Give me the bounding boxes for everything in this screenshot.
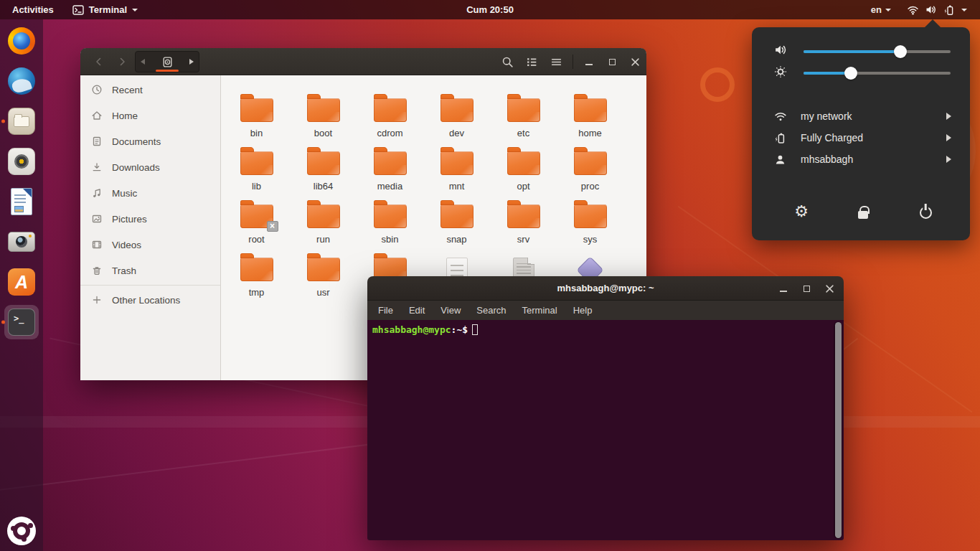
forward-button[interactable]: [112, 51, 133, 72]
folder-item-dev[interactable]: dev: [423, 89, 490, 142]
menu-item-user[interactable]: mhsabbagh: [752, 149, 970, 170]
back-button[interactable]: [88, 51, 109, 72]
folder-item-srv[interactable]: srv: [490, 195, 557, 248]
libreoffice-writer-icon: [11, 188, 32, 215]
terminal-app-icon: [72, 5, 84, 15]
minimize-button[interactable]: [772, 275, 795, 302]
folder-item-cdrom[interactable]: cdrom: [357, 89, 423, 142]
folder-label: opt: [517, 182, 529, 191]
sidebar-item-other-locations[interactable]: Other Locations: [80, 287, 220, 313]
menu-search[interactable]: Search: [473, 303, 509, 317]
top-bar: Activities Terminal Cum 20:50 en: [0, 0, 980, 19]
menu-edit[interactable]: Edit: [406, 303, 428, 317]
settings-button[interactable]: ⚙: [787, 199, 816, 225]
folder-label: proc: [581, 182, 599, 191]
folder-item-sbin[interactable]: sbin: [357, 195, 423, 248]
menu-help[interactable]: Help: [570, 303, 595, 317]
folder-item-proc[interactable]: proc: [557, 142, 623, 195]
folder-icon: ×: [240, 204, 273, 228]
lock-button[interactable]: [849, 199, 877, 225]
brightness-slider[interactable]: [804, 72, 951, 75]
folder-item-home[interactable]: home: [557, 89, 623, 142]
menu-file[interactable]: File: [375, 303, 396, 317]
activities-label: Activities: [12, 4, 54, 15]
search-button[interactable]: [495, 48, 519, 75]
path-scroll-right-icon[interactable]: [189, 59, 194, 65]
folder-icon: [307, 204, 340, 228]
power-icon: [920, 207, 932, 219]
sidebar-item-recent[interactable]: Recent: [80, 77, 220, 103]
sidebar-item-trash[interactable]: Trash: [80, 258, 220, 283]
sidebar-item-home[interactable]: Home: [80, 103, 220, 128]
folder-item-bin[interactable]: bin: [223, 89, 290, 142]
network-label: my network: [801, 110, 852, 122]
app-menu-button[interactable]: Terminal: [69, 0, 141, 19]
menu-terminal[interactable]: Terminal: [519, 303, 560, 317]
files-headerbar[interactable]: [80, 48, 646, 75]
dock-item-rhythmbox[interactable]: [7, 147, 36, 176]
folder-item-root[interactable]: ×root: [223, 195, 290, 248]
folder-item-usr[interactable]: usr: [290, 248, 357, 301]
folder-item-tmp[interactable]: tmp: [223, 248, 290, 301]
menu-item-battery[interactable]: Fully Charged: [752, 127, 970, 149]
folder-item-etc[interactable]: etc: [490, 89, 557, 142]
chevron-down-icon: [961, 9, 967, 11]
dock-item-camera[interactable]: [7, 227, 36, 256]
maximize-button[interactable]: [600, 48, 623, 75]
path-scroll-left-icon[interactable]: [141, 59, 145, 65]
clock-button[interactable]: Cum 20:50: [463, 0, 517, 19]
sidebar-item-music[interactable]: Music: [80, 180, 220, 206]
folder-item-sys[interactable]: sys: [557, 195, 623, 248]
running-indicator-dot: [1, 120, 5, 123]
folder-item-lib[interactable]: lib: [223, 142, 290, 195]
folder-item-lib64[interactable]: lib64: [290, 142, 357, 195]
folder-item-mnt[interactable]: mnt: [423, 142, 490, 195]
menu-button[interactable]: [544, 48, 568, 75]
sidebar-item-label: Documents: [112, 136, 161, 147]
folder-icon: [440, 204, 473, 228]
wifi-icon: [907, 4, 919, 15]
sidebar-item-pictures[interactable]: Pictures: [80, 206, 220, 232]
list-view-button[interactable]: [519, 48, 544, 75]
sidebar-item-documents[interactable]: Documents: [80, 128, 220, 154]
folder-item-run[interactable]: run: [290, 195, 357, 248]
submenu-arrow-icon: [946, 134, 951, 141]
brightness-slider-knob[interactable]: [844, 67, 857, 80]
close-button[interactable]: [623, 48, 646, 75]
terminal-screen[interactable]: mhsabbagh@mypc:~$: [367, 320, 844, 540]
folder-item-opt[interactable]: opt: [490, 142, 557, 195]
folder-label: cdrom: [377, 128, 402, 138]
folder-item-media[interactable]: media: [357, 142, 423, 195]
folder-item-boot[interactable]: boot: [290, 89, 357, 142]
activities-button[interactable]: Activities: [9, 0, 57, 19]
power-button[interactable]: [911, 199, 940, 225]
menu-view[interactable]: View: [438, 303, 463, 317]
show-applications-button[interactable]: [7, 517, 36, 545]
dock-item-files[interactable]: [7, 107, 36, 136]
system-menu-popup: my network Fully Charged mhsabbagh ⚙: [752, 27, 970, 240]
folder-icon: [574, 98, 607, 122]
folder-item-snap[interactable]: snap: [423, 195, 490, 248]
folder-label: lib64: [314, 182, 333, 191]
close-button[interactable]: [818, 275, 841, 302]
dock-item-firefox[interactable]: [7, 27, 36, 55]
folder-label: lib: [252, 182, 261, 191]
wallpaper-ring: [700, 67, 735, 102]
sidebar-item-downloads[interactable]: Downloads: [80, 154, 220, 180]
system-status-menu-button[interactable]: [901, 4, 973, 16]
dock-item-ubuntu-software[interactable]: A: [7, 268, 36, 296]
volume-slider-knob[interactable]: [894, 45, 907, 58]
scrollbar-thumb[interactable]: [835, 322, 842, 538]
dock-item-libreoffice-writer[interactable]: [7, 187, 36, 216]
terminal-titlebar[interactable]: mhsabbagh@mypc: ~: [367, 276, 844, 301]
keyboard-layout-button[interactable]: en: [867, 4, 895, 15]
path-segment-filesystem-root[interactable]: [155, 51, 179, 72]
volume-slider[interactable]: [804, 50, 951, 53]
menu-item-network[interactable]: my network: [752, 105, 970, 127]
maximize-button[interactable]: [795, 275, 818, 302]
minimize-button[interactable]: [578, 48, 600, 75]
dock-item-terminal[interactable]: >_: [7, 308, 36, 336]
sidebar-item-videos[interactable]: Videos: [80, 232, 220, 258]
terminal-scrollbar[interactable]: [834, 321, 842, 539]
dock-item-thunderbird[interactable]: [7, 67, 36, 95]
